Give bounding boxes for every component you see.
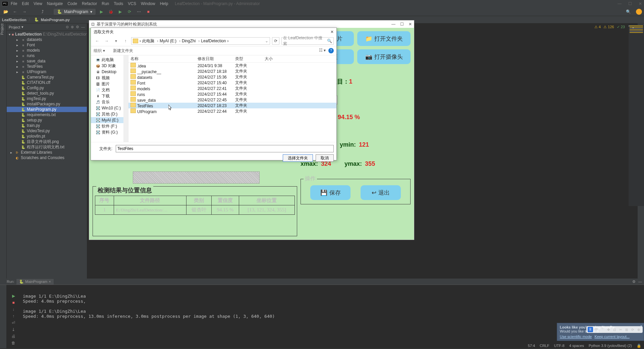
debug-icon[interactable]: 🐞: [107, 8, 114, 15]
minimize-icon[interactable]: —: [391, 22, 395, 27]
gear-icon[interactable]: ⚙: [632, 280, 636, 284]
search-input[interactable]: 在 LeafDetection 中搜索 🔍: [281, 37, 334, 45]
tool-icon[interactable]: ⟳: [630, 327, 635, 332]
open-folder-button[interactable]: 📁打开文件夹: [357, 31, 411, 46]
left-tool-strip[interactable]: Project: [0, 23, 7, 279]
exit-button[interactable]: ↩退出: [361, 185, 401, 200]
list-item[interactable]: models2024/2/27 22:41文件夹: [128, 86, 336, 91]
new-folder-button[interactable]: 新建文件夹: [113, 48, 133, 54]
file-list[interactable]: 名称 修改日期 类型 大小 .idea2024/3/1 9:38文件夹__pyc…: [128, 55, 336, 142]
camera-button[interactable]: 📷打开摄像头: [357, 49, 411, 64]
close-tab-icon[interactable]: ×: [49, 280, 51, 284]
project-tool-tab[interactable]: Project: [0, 23, 4, 37]
view-icon[interactable]: ☷ ▾: [319, 48, 326, 53]
run-icon[interactable]: ▶: [98, 8, 105, 15]
nav-item[interactable]: ⬇下载: [91, 93, 128, 99]
forward-icon[interactable]: →: [21, 8, 28, 15]
nav-item[interactable]: 💽Win10 (C:): [91, 105, 128, 111]
nav-item[interactable]: 💽其他 (D:): [91, 111, 128, 117]
tree-item[interactable]: 🐍VideoTest.py: [7, 128, 87, 134]
tree-item[interactable]: 🐍Config.py: [7, 85, 87, 91]
tool-icon[interactable]: ⊕: [636, 327, 641, 332]
interpreter[interactable]: Python 3.9 (yolov8test) (2): [589, 344, 632, 348]
forward-icon[interactable]: →: [103, 39, 110, 43]
nav-item[interactable]: 💻此电脑: [91, 57, 128, 63]
nav-item[interactable]: 📄文档: [91, 87, 128, 93]
tree-item[interactable]: ▸■datasets: [7, 37, 87, 42]
list-item[interactable]: __pycache__2024/2/27 18:18文件夹: [128, 68, 336, 74]
soft-wrap-icon[interactable]: ⏎: [10, 320, 16, 326]
close-icon[interactable]: ✕: [330, 30, 334, 34]
list-item[interactable]: datasets2024/2/27 15:36文件夹: [128, 74, 336, 80]
tree-item[interactable]: 🐍detect_tools.py: [7, 91, 87, 96]
nav-item[interactable]: 🎵音乐: [91, 99, 128, 105]
close-icon[interactable]: ✕: [639, 1, 642, 6]
print-icon[interactable]: 🖨: [10, 334, 16, 339]
refresh-icon[interactable]: ⟳: [272, 37, 279, 45]
folder-name-input[interactable]: [116, 145, 334, 152]
tool-icon[interactable]: 中: [594, 327, 599, 332]
tree-item[interactable]: 🐍installPackages.py: [7, 101, 87, 107]
tree-item[interactable]: 🐍目录文件说明.png: [7, 139, 87, 144]
gear-icon[interactable]: ⚙: [76, 25, 79, 29]
run-to-cursor-icon[interactable]: ⤴: [39, 8, 46, 15]
maximize-icon[interactable]: ☐: [628, 1, 632, 6]
hide-icon[interactable]: —: [638, 280, 642, 284]
nav-item[interactable]: 🖼图片: [91, 81, 128, 87]
list-item[interactable]: runs2024/2/27 15:44文件夹: [128, 91, 336, 97]
list-item[interactable]: Font2024/2/27 15:40文件夹: [128, 80, 336, 86]
tree-item[interactable]: ▸■Font: [7, 42, 87, 48]
indent[interactable]: 4 spaces: [569, 344, 584, 348]
list-item[interactable]: UIProgram2024/2/27 22:44文件夹: [128, 108, 336, 114]
up-icon[interactable]: ↑: [122, 39, 129, 43]
tree-item[interactable]: 🐍MainProgram.py: [7, 107, 87, 112]
tool-icon[interactable]: ✥: [606, 327, 611, 332]
tree-item[interactable]: ▸■models: [7, 48, 87, 53]
nav-item[interactable]: 💽MyAI (E:): [91, 117, 128, 123]
cancel-button[interactable]: 取消: [316, 154, 334, 162]
chevron-down-icon[interactable]: ⌄: [265, 39, 268, 43]
coverage-icon[interactable]: ▶: [116, 8, 124, 15]
minimize-icon[interactable]: —: [618, 1, 622, 6]
recent-icon[interactable]: ▾: [112, 39, 120, 43]
select-folder-button[interactable]: 选择文件夹: [283, 154, 313, 162]
tree-item[interactable]: ◐Scratches and Consoles: [7, 155, 87, 160]
down-icon[interactable]: ↓: [10, 307, 16, 312]
stop-icon[interactable]: ■: [10, 300, 16, 306]
console-output[interactable]: image 1/1 E:\DingZhi\Lea Speed: 4.0ms pr…: [20, 285, 644, 348]
translate-icon[interactable]: 主: [588, 327, 593, 332]
tree-item[interactable]: 🐍train.py: [7, 123, 87, 128]
open-icon[interactable]: 📂: [2, 8, 9, 15]
tree-item[interactable]: 🐍CITATION.cff: [7, 80, 87, 85]
tool-icon[interactable]: ⊡: [612, 327, 617, 332]
tree-item[interactable]: ▸■runs: [7, 53, 87, 58]
run-config-combo[interactable]: 🐍 MainProgram ▾: [54, 9, 96, 15]
avatar[interactable]: [636, 9, 642, 15]
expand-icon[interactable]: ⊕: [71, 25, 74, 29]
search-everywhere-icon[interactable]: 🔍: [625, 8, 632, 15]
address-bar[interactable]: › 此电脑 MyAI (E:) DingZhi LeafDetection› ⌄: [131, 37, 270, 45]
table-row[interactable]: 1 E:/DingZhi/LeafDetection/… 银杏叶 94.15 %…: [95, 205, 295, 215]
floating-toolbar[interactable]: 主 中 ꙳ ✥ ⊡ ✂ ⊞ ⟳ ⊕: [586, 326, 643, 333]
tip-link-scientific[interactable]: Use scientific mode: [560, 335, 592, 339]
tree-item[interactable]: 🐍imgTest.py: [7, 96, 87, 101]
tree-item[interactable]: ▾■LeafDetection E:\DingZhi\LeafDetection: [7, 32, 87, 37]
tree-item[interactable]: 🐍yolov8n.pt: [7, 134, 87, 139]
tool-icon[interactable]: ⊞: [624, 327, 629, 332]
nav-item[interactable]: 🎞视频: [91, 75, 128, 81]
folder-nav-tree[interactable]: 💻此电脑📦3D 对象🖥Desktop🎞视频🖼图片📄文档⬇下载🎵音乐💽Win10 …: [91, 55, 128, 142]
tool-icon[interactable]: ꙳: [600, 327, 605, 332]
organize-menu[interactable]: 组织: [94, 48, 102, 54]
scroll-to-end-icon[interactable]: ⤓: [10, 327, 16, 333]
stop-icon[interactable]: ■: [145, 8, 152, 15]
tree-item[interactable]: 🐍CameraTest.py: [7, 74, 87, 80]
collapse-icon[interactable]: ⊖: [66, 25, 69, 29]
minimap[interactable]: [629, 25, 644, 206]
tip-link-keep[interactable]: Keep current layout...: [594, 335, 630, 339]
tool-icon[interactable]: ✂: [618, 327, 623, 332]
lock-icon[interactable]: 🔒: [637, 344, 641, 348]
list-item[interactable]: .idea2024/3/1 9:38文件夹: [128, 63, 336, 68]
nav-item[interactable]: 💽软件 (F:): [91, 123, 128, 129]
tree-item[interactable]: ▸■UIProgram: [7, 69, 87, 74]
help-icon[interactable]: ?: [328, 48, 334, 53]
